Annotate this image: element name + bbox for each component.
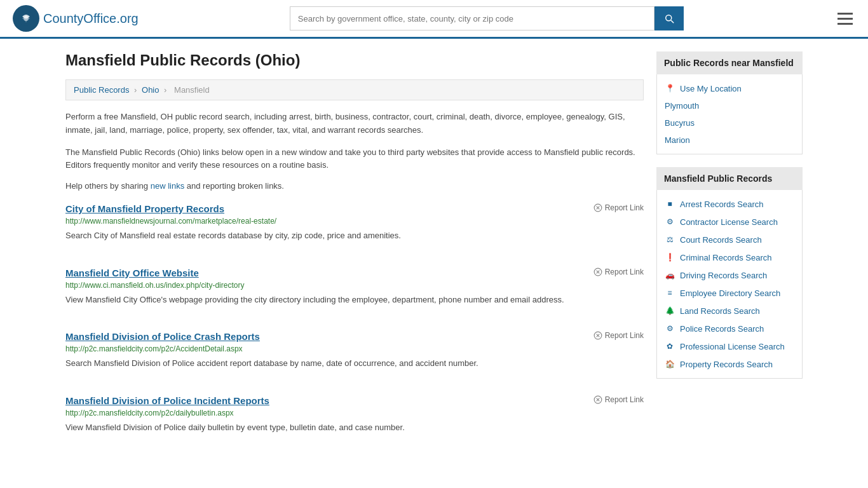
sidebar-city-bucyrus[interactable]: Bucyrus <box>657 114 802 132</box>
location-label: Use My Location <box>680 84 742 93</box>
hamburger-line <box>837 13 853 15</box>
sidebar-nearby-content: 📍 Use My Location Plymouth Bucyrus Mario… <box>656 74 803 154</box>
sidebar-item-label: Court Records Search <box>680 235 762 245</box>
record-header: Mansfield Division of Police Incident Re… <box>65 395 644 406</box>
record-description: View Mansfield Division of Police daily … <box>65 421 644 434</box>
sidebar-mansfield-title: Mansfield Public Records <box>656 167 803 190</box>
record-header: Mansfield City Office Website Report Lin… <box>65 268 644 278</box>
sidebar-item-label: Police Records Search <box>680 324 764 334</box>
driving-icon: 🚗 <box>665 270 675 280</box>
record-title[interactable]: Mansfield City Office Website <box>65 268 199 278</box>
professional-icon: ✿ <box>665 341 675 351</box>
record-url[interactable]: http://www.mansfieldnewsjournal.com/mark… <box>65 217 644 226</box>
hamburger-line <box>837 23 853 25</box>
record-url[interactable]: http://p2c.mansfieldcity.com/p2c/dailybu… <box>65 409 644 417</box>
sidebar-item-label: Employee Directory Search <box>680 288 780 298</box>
court-icon: ⚖ <box>665 234 675 245</box>
record-entry: Mansfield City Office Website Report Lin… <box>65 268 644 316</box>
breadcrumb: Public Records › Ohio › Mansfield <box>65 79 644 100</box>
arrest-icon: ■ <box>665 199 675 209</box>
record-title[interactable]: Mansfield Division of Police Crash Repor… <box>65 331 260 342</box>
sidebar-item-property-records[interactable]: 🏠 Property Records Search <box>657 355 802 373</box>
record-header: Mansfield Division of Police Crash Repor… <box>65 331 644 342</box>
record-title[interactable]: Mansfield Division of Police Incident Re… <box>65 395 269 406</box>
breadcrumb-public-records[interactable]: Public Records <box>74 85 129 95</box>
location-icon: 📍 <box>665 83 675 93</box>
help-text: Help others by sharing new links and rep… <box>65 181 644 191</box>
record-entry: Mansfield Division of Police Crash Repor… <box>65 331 644 380</box>
search-button[interactable] <box>654 6 684 30</box>
record-description: View Mansfield City Office's webpage pro… <box>65 294 644 306</box>
sidebar-city-plymouth[interactable]: Plymouth <box>657 97 802 114</box>
report-link-button[interactable]: Report Link <box>593 203 644 212</box>
hamburger-menu-button[interactable] <box>835 7 855 30</box>
header: CountyOffice.org <box>0 0 868 39</box>
logo-suffix: .org <box>116 11 138 25</box>
record-description: Search City of Mansfield real estate rec… <box>65 229 644 242</box>
sidebar-city-marion[interactable]: Marion <box>657 132 802 149</box>
sidebar-item-label: Contractor License Search <box>680 217 778 227</box>
sidebar-mansfield-section: Mansfield Public Records ■ Arrest Record… <box>656 167 803 379</box>
logo-area: CountyOffice.org <box>13 5 139 32</box>
breadcrumb-mansfield: Mansfield <box>174 85 210 95</box>
record-header: City of Mansfield Property Records Repor… <box>65 203 644 214</box>
contractor-icon: ⚙ <box>665 217 675 227</box>
page-title: Mansfield Public Records (Ohio) <box>65 51 644 69</box>
city-name: Bucyrus <box>665 118 695 128</box>
city-name: Marion <box>665 135 690 145</box>
logo-text: CountyOffice.org <box>43 11 139 26</box>
record-title[interactable]: City of Mansfield Property Records <box>65 203 224 214</box>
record-entry: Mansfield Division of Police Incident Re… <box>65 395 644 444</box>
sidebar-item-label: Property Records Search <box>680 360 773 369</box>
content-area: Mansfield Public Records (Ohio) Public R… <box>65 51 644 459</box>
record-entry: City of Mansfield Property Records Repor… <box>65 203 644 252</box>
breadcrumb-sep2: › <box>164 85 169 95</box>
record-url[interactable]: http://www.ci.mansfield.oh.us/index.php/… <box>65 281 644 290</box>
sidebar-item-police-records[interactable]: ⚙ Police Records Search <box>657 320 802 337</box>
sidebar-item-contractor-license[interactable]: ⚙ Contractor License Search <box>657 213 802 231</box>
main-container: Mansfield Public Records (Ohio) Public R… <box>53 39 815 471</box>
report-link-button[interactable]: Report Link <box>593 395 644 404</box>
sidebar-item-employee-directory[interactable]: ≡ Employee Directory Search <box>657 284 802 302</box>
search-area <box>290 6 684 30</box>
description-2: The Mansfield Public Records (Ohio) link… <box>65 146 644 173</box>
sidebar-item-label: Criminal Records Search <box>680 253 772 262</box>
logo-icon <box>13 5 39 32</box>
report-link-button[interactable]: Report Link <box>593 331 644 340</box>
record-description: Search Mansfield Division of Police acci… <box>65 357 644 370</box>
sidebar-nearby-section: Public Records near Mansfield 📍 Use My L… <box>656 51 803 154</box>
logo-name: CountyOffice <box>43 11 116 25</box>
sidebar-item-arrest-records[interactable]: ■ Arrest Records Search <box>657 195 802 213</box>
breadcrumb-sep1: › <box>134 85 139 95</box>
search-input[interactable] <box>290 6 654 30</box>
sidebar: Public Records near Mansfield 📍 Use My L… <box>656 51 803 459</box>
sidebar-item-label: Land Records Search <box>680 306 760 316</box>
sidebar-item-label: Driving Records Search <box>680 271 767 280</box>
sidebar-item-label: Arrest Records Search <box>680 200 764 209</box>
police-icon: ⚙ <box>665 323 675 334</box>
criminal-icon: ❗ <box>665 252 675 262</box>
use-my-location-link[interactable]: 📍 Use My Location <box>657 79 802 97</box>
sidebar-item-label: Professional License Search <box>680 342 785 351</box>
sidebar-item-land-records[interactable]: 🌲 Land Records Search <box>657 302 802 320</box>
new-links-link[interactable]: new links <box>151 181 187 191</box>
sidebar-nearby-title: Public Records near Mansfield <box>656 51 803 74</box>
report-link-button[interactable]: Report Link <box>593 268 644 276</box>
sidebar-item-professional-license[interactable]: ✿ Professional License Search <box>657 337 802 355</box>
record-url[interactable]: http://p2c.mansfieldcity.com/p2c/Acciden… <box>65 344 644 353</box>
breadcrumb-ohio[interactable]: Ohio <box>142 85 159 95</box>
sidebar-item-driving-records[interactable]: 🚗 Driving Records Search <box>657 266 802 284</box>
sidebar-item-criminal-records[interactable]: ❗ Criminal Records Search <box>657 248 802 266</box>
property-icon: 🏠 <box>665 359 675 369</box>
sidebar-mansfield-content: ■ Arrest Records Search ⚙ Contractor Lic… <box>656 190 803 379</box>
land-icon: 🌲 <box>665 306 675 316</box>
description-1: Perform a free Mansfield, OH public reco… <box>65 111 644 137</box>
employee-icon: ≡ <box>665 288 675 298</box>
city-name: Plymouth <box>665 101 699 111</box>
sidebar-item-court-records[interactable]: ⚖ Court Records Search <box>657 231 802 248</box>
records-list: City of Mansfield Property Records Repor… <box>65 203 644 444</box>
hamburger-line <box>837 18 853 20</box>
